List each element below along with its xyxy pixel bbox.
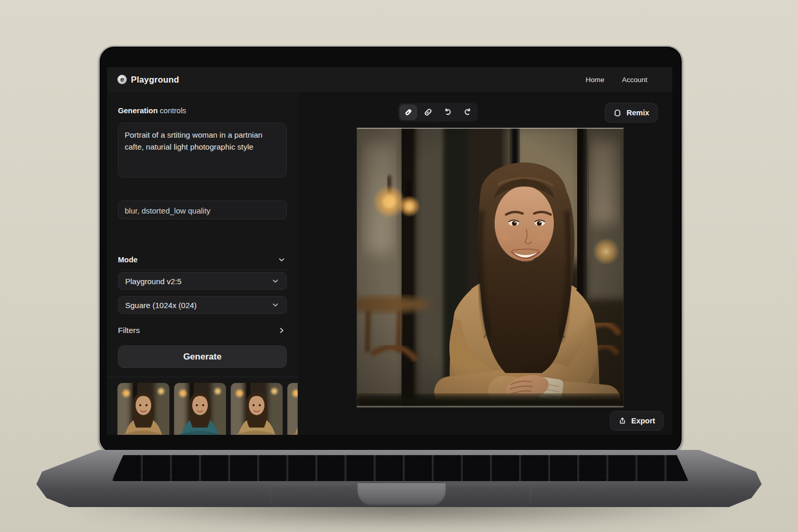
laptop-keyboard xyxy=(112,455,688,481)
thumbnail-3[interactable] xyxy=(231,383,283,435)
nav-home[interactable]: Home xyxy=(586,76,604,84)
generate-button[interactable]: Generate xyxy=(118,345,287,368)
undo-icon xyxy=(443,107,453,117)
undo-button[interactable] xyxy=(439,104,457,120)
size-select[interactable]: Sguare (1024x (024) xyxy=(118,296,287,314)
thumbnail-2[interactable] xyxy=(174,383,226,435)
prompt-input[interactable]: Portrait of a srtiting woman in a partni… xyxy=(118,123,287,178)
app-screen: e Playground Home Account Generation con… xyxy=(107,67,672,435)
tool-toolbar xyxy=(398,103,478,122)
eraser-tool-button[interactable] xyxy=(419,104,437,120)
remix-icon xyxy=(613,109,622,117)
editor-main: Remix xyxy=(298,92,672,435)
export-icon xyxy=(618,417,627,425)
eraser-icon xyxy=(423,107,433,117)
top-nav: Home Account xyxy=(586,76,672,84)
chevron-down-icon xyxy=(271,277,280,285)
brush-icon xyxy=(403,107,414,117)
logo-icon: e xyxy=(117,75,127,84)
generated-portrait-illustration xyxy=(357,128,623,407)
brush-tool-button[interactable] xyxy=(400,104,417,120)
export-button[interactable]: Export xyxy=(610,411,663,431)
thumbnail-4[interactable] xyxy=(287,383,298,435)
mode-row[interactable]: Mode xyxy=(118,255,286,265)
nav-account[interactable]: Account xyxy=(622,76,647,84)
redo-icon xyxy=(462,107,473,117)
divider xyxy=(107,377,298,377)
laptop-lid: e Playground Home Account Generation con… xyxy=(99,46,683,454)
mode-label: Mode xyxy=(118,256,138,264)
generation-sidebar: Generation controls Portrait of a srtiti… xyxy=(107,92,299,435)
model-select[interactable]: Playground v2:5 xyxy=(118,272,287,290)
redo-button[interactable] xyxy=(459,104,476,120)
filters-row[interactable]: Filters xyxy=(118,324,286,337)
divider xyxy=(118,270,286,270)
chevron-down-icon xyxy=(277,256,286,264)
app-header: e Playground Home Account xyxy=(107,67,672,92)
logo-text: Playground xyxy=(131,75,179,85)
filters-label: Filters xyxy=(118,326,140,335)
section-title: Generation controls xyxy=(118,107,186,115)
negative-input[interactable]: blur, dstorted_low quality xyxy=(118,201,287,219)
generated-image-canvas[interactable] xyxy=(357,128,623,407)
remix-button[interactable]: Remix xyxy=(605,103,658,123)
chevron-right-icon xyxy=(277,326,286,335)
chevron-down-icon xyxy=(271,301,280,309)
app-logo[interactable]: e Playground xyxy=(117,75,179,85)
thumbnail-1[interactable] xyxy=(117,383,169,435)
thumbnail-strip xyxy=(117,383,298,435)
laptop-lid-notch xyxy=(357,483,446,506)
